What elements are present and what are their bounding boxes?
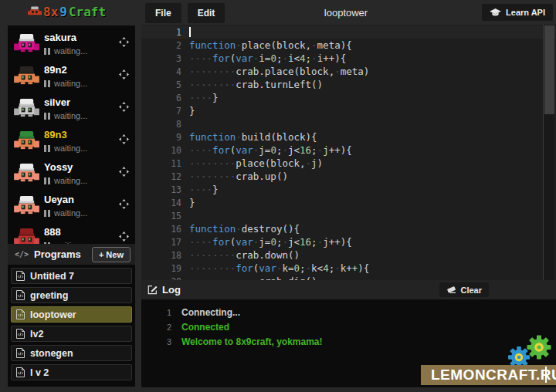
whitespace-dots: ····: [189, 236, 212, 248]
line-number: 3: [141, 52, 189, 66]
code-token: ;: [300, 262, 306, 274]
line-number: 11: [141, 157, 189, 171]
code-line: 5········crab.turnLeft(): [141, 78, 556, 91]
code-line: 3····for(var·i=0;·i<4;·i++){: [141, 52, 556, 65]
player-row[interactable]: 89n2waiting...: [8, 62, 135, 94]
player-name: silver: [44, 96, 70, 108]
program-item[interactable]: l v 2: [11, 364, 132, 380]
code-token: j++){: [323, 144, 352, 156]
whitespace-dots: ·: [236, 39, 242, 51]
code-token: 0: [270, 236, 276, 248]
line-number: 17: [141, 236, 189, 249]
code-token: 0: [270, 52, 276, 64]
move-button[interactable]: [119, 36, 129, 50]
app-window: 8x9Craft FileEdit looptower Learn API sa…: [0, 0, 556, 392]
player-row[interactable]: 89n3waiting...: [8, 127, 135, 159]
line-number: 7: [141, 105, 189, 118]
code-token: crab.place(block,: [236, 66, 334, 77]
line-number: 9: [141, 131, 189, 144]
program-file-icon: [16, 271, 25, 281]
learn-api-button[interactable]: Learn API: [482, 4, 553, 21]
player-avatar-icon: [14, 99, 39, 120]
code-token: for: [236, 262, 253, 274]
code-token: for: [212, 52, 230, 64]
code-token: build(block){: [242, 131, 317, 143]
line-number: 18: [141, 249, 189, 262]
code-token: meta): [341, 66, 370, 77]
log-message: Connecting...: [181, 307, 240, 318]
whitespace-dots: ········: [189, 171, 236, 182]
player-avatar: [14, 228, 39, 244]
menu-edit[interactable]: Edit: [188, 3, 225, 23]
code-token: 4: [323, 262, 329, 274]
move-button[interactable]: [119, 69, 129, 83]
code-token: place(block,: [236, 157, 305, 169]
program-item[interactable]: greeting: [11, 287, 132, 303]
code-token: j=: [259, 144, 270, 156]
menu-file[interactable]: File: [145, 3, 181, 23]
code-token: place(block,: [242, 39, 311, 51]
code-line: 2function·place(block,·meta){: [141, 39, 556, 52]
line-number: 5: [141, 79, 189, 92]
player-avatar: [14, 66, 39, 90]
code-line: 6····}: [141, 91, 556, 104]
eraser-icon: [446, 286, 456, 294]
program-item-selected[interactable]: looptower: [11, 306, 132, 323]
scrollbar-thumb[interactable]: [544, 25, 554, 114]
code-brackets-icon: </>: [15, 250, 29, 259]
move-icon: [119, 37, 129, 47]
log-entry: 1Connecting...: [141, 306, 556, 320]
pause-icon: [44, 145, 50, 152]
code-lines: 12function·place(block,·meta){3····for(v…: [141, 25, 556, 280]
player-name: Ueyan: [44, 194, 74, 205]
code-token: 4: [300, 52, 306, 64]
pause-icon: [44, 210, 50, 217]
program-item-label: stonegen: [30, 348, 73, 359]
player-row[interactable]: 888waiting...: [8, 224, 135, 244]
logo-text-8x: 8x: [43, 5, 58, 19]
move-button[interactable]: [119, 166, 129, 180]
program-item[interactable]: stonegen: [11, 345, 132, 361]
move-button[interactable]: [119, 198, 129, 212]
new-program-button[interactable]: + New: [92, 247, 131, 262]
code-token: k=: [282, 262, 293, 274]
code-token: crab.down(): [236, 249, 300, 261]
code-token: }: [189, 197, 195, 208]
code-token: j=: [259, 236, 270, 248]
code-editor[interactable]: 12function·place(block,·meta){3····for(v…: [141, 25, 556, 280]
program-item[interactable]: Untitled 7: [11, 268, 132, 284]
player-status: waiting...: [44, 144, 87, 153]
log-message: Connected: [181, 322, 229, 333]
player-row[interactable]: sakurawaiting...: [8, 29, 135, 62]
move-button[interactable]: [119, 101, 129, 115]
move-button[interactable]: [119, 133, 129, 147]
program-file-icon: [16, 309, 25, 319]
code-line: 9function·build(block){: [141, 130, 556, 144]
line-number: 1: [141, 26, 189, 39]
player-row[interactable]: Ueyanwaiting...: [8, 191, 135, 224]
watermark-bar: LEMONCRAFT.RU: [421, 365, 556, 385]
code-token: 16: [300, 236, 311, 248]
whitespace-dots: ····: [189, 52, 212, 64]
code-line: 19········for(var·k=0;·k<4;·k++){: [141, 262, 556, 275]
program-item[interactable]: lv2: [11, 326, 132, 342]
move-button[interactable]: [119, 231, 129, 244]
move-icon: [119, 102, 129, 112]
code-token: ;: [311, 144, 317, 156]
code-token: 0: [294, 262, 300, 274]
whitespace-dots: ·: [311, 39, 317, 51]
clear-log-label: Clear: [460, 286, 482, 295]
code-token: ;: [311, 236, 317, 248]
code-token: var: [236, 236, 253, 248]
editor-scrollbar[interactable]: [543, 25, 554, 280]
move-icon: [119, 167, 129, 177]
clear-log-button[interactable]: Clear: [439, 282, 489, 297]
pause-icon: [44, 48, 50, 55]
line-number: 14: [141, 197, 189, 210]
player-row[interactable]: Yossywaiting...: [8, 159, 135, 191]
whitespace-dots: ····: [189, 184, 212, 195]
code-token: k<: [311, 262, 323, 274]
whitespace-dots: ········: [189, 249, 236, 261]
player-row[interactable]: silverwaiting...: [8, 94, 135, 127]
player-avatar-icon: [14, 196, 39, 217]
